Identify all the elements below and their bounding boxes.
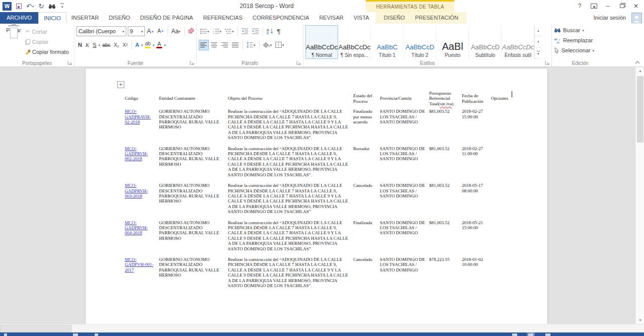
print-layout-icon[interactable]: [528, 333, 533, 336]
cell-provincia[interactable]: SANTO DOMINGO DE LOS TSACHILAS / SANTO D…: [380, 107, 429, 144]
paragraph-dialog-launcher[interactable]: [296, 60, 301, 65]
style-heading1[interactable]: AaBbC Título 1: [371, 25, 404, 59]
cell-estado[interactable]: Cancelado: [353, 255, 380, 292]
cell-objeto[interactable]: Realizar la construcción del “ADOQUINADO…: [228, 145, 353, 181]
underline-dropdown-icon[interactable]: ▾: [99, 43, 101, 47]
select-button[interactable]: Seleccionar ▾: [554, 46, 606, 55]
cell-entidad[interactable]: GOBIERNO AUTONOMO DESCENTRALIZADO PARROQ…: [159, 107, 228, 144]
cell-estado[interactable]: Finalizado por mutuo acuerdo: [353, 107, 380, 144]
cell-entidad[interactable]: GOBIERNO AUTONOMO DESCENTRALIZADO PARROQ…: [159, 219, 228, 255]
grow-font-button[interactable]: A▲: [145, 26, 155, 37]
cell-opciones[interactable]: [491, 145, 511, 181]
horizontal-scrollbar-thumb[interactable]: [0, 325, 71, 332]
multilevel-list-button[interactable]: ▾: [223, 26, 235, 37]
cell-fecha[interactable]: 2018-02-27 15:00:00: [462, 107, 491, 144]
tab-insertar[interactable]: INSERTAR: [66, 12, 104, 24]
web-layout-icon[interactable]: [545, 333, 550, 336]
clipboard-dialog-launcher[interactable]: [67, 60, 72, 65]
cell-provincia[interactable]: SANTO DOMINGO DE LOS TSACHILAS / SANTO D…: [380, 181, 429, 218]
cell-opciones[interactable]: [491, 107, 511, 144]
undo-dropdown-icon[interactable]: ▾: [32, 5, 34, 8]
line-spacing-button[interactable]: ▾: [245, 40, 257, 50]
tab-inicio[interactable]: INICIO: [38, 12, 66, 24]
subscript-button[interactable]: X₂: [112, 40, 121, 50]
font-dialog-launcher[interactable]: [190, 60, 195, 65]
cell-objeto[interactable]: Realizar la construcción del “ADOQUINADO…: [228, 107, 353, 144]
change-case-button[interactable]: Aa▾: [170, 26, 182, 37]
cell-objeto[interactable]: Realizar la construcción del “ADOQUINADO…: [228, 181, 353, 218]
cell-objeto[interactable]: Realizar la construcción del “ADOQUINADO…: [228, 219, 353, 255]
cell-opciones[interactable]: [491, 255, 511, 292]
table-move-handle[interactable]: +: [117, 81, 124, 88]
decrease-indent-button[interactable]: [240, 26, 250, 37]
style-title[interactable]: AaBl Puesto: [436, 25, 469, 59]
cell-provincia[interactable]: SANTO DOMINGO DE LOS TSACHILAS / SANTO D…: [380, 145, 429, 181]
styles-more-button[interactable]: ▾: [535, 48, 542, 59]
numbering-button[interactable]: 123 ▾: [211, 26, 223, 37]
account-avatar[interactable]: [631, 13, 642, 23]
underline-button[interactable]: S: [91, 40, 98, 50]
strikethrough-button[interactable]: abc: [101, 40, 112, 50]
styles-scroll-up-button[interactable]: ▲: [535, 25, 542, 36]
styles-dialog-launcher[interactable]: [545, 60, 550, 65]
cell-estado[interactable]: Borrador: [353, 145, 380, 181]
tab-table-layout[interactable]: PRESENTACIÓN: [410, 12, 463, 24]
italic-button[interactable]: K: [84, 40, 91, 50]
collapse-ribbon-button[interactable]: [634, 60, 640, 65]
procesos-table[interactable]: Código Entidad Contratante Objeto del Pr…: [125, 90, 511, 292]
style-subtitle[interactable]: AaBbCcD Subtítulo: [469, 25, 502, 59]
cell-opciones[interactable]: [491, 181, 511, 218]
cell-fecha[interactable]: 2018-02-27 11:00:00: [462, 145, 491, 181]
scroll-down-button[interactable]: ▼: [636, 316, 644, 324]
redo-button[interactable]: ↻: [38, 3, 44, 10]
header-provincia[interactable]: Provincia/Cantón: [380, 90, 429, 107]
bold-button[interactable]: N: [76, 40, 84, 50]
help-button[interactable]: ?: [573, 1, 587, 12]
styles-scroll-down-button[interactable]: ▼: [535, 36, 542, 47]
customize-qat-button[interactable]: ▾: [60, 4, 64, 9]
highlight-dropdown-icon[interactable]: ▾: [152, 43, 154, 47]
status-page-info[interactable]: [4, 333, 7, 336]
cell-presupuesto[interactable]: $81,003.52: [429, 107, 462, 144]
proceso-link[interactable]: MCO-GADPVH-001-2017: [125, 257, 153, 273]
proceso-link[interactable]: MCO-GADPRAVH-02-2018: [125, 109, 151, 124]
tab-diseno[interactable]: DISEÑO: [104, 12, 135, 24]
style-heading2[interactable]: AaBbCcD Título 2: [404, 25, 436, 59]
tab-revisar[interactable]: REVISAR: [314, 12, 348, 24]
ribbon-display-options-button[interactable]: [587, 1, 601, 12]
horizontal-scrollbar[interactable]: [0, 324, 644, 332]
font-size-combobox[interactable]: 9▾: [128, 26, 145, 36]
replace-button[interactable]: abac Reemplazar: [554, 36, 606, 45]
document-page[interactable]: + Código Entidad Contratante Objeto del …: [86, 69, 547, 324]
align-right-button[interactable]: [220, 40, 230, 50]
style-subtle-emphasis[interactable]: AaBbCcDc Énfasis sutil: [502, 25, 534, 59]
sign-in-link[interactable]: Iniciar sesión: [594, 12, 626, 24]
proceso-link[interactable]: MCO-GADPRVH-004-2018: [125, 220, 148, 236]
vertical-scrollbar-thumb[interactable]: [637, 76, 643, 143]
tab-correspondencia[interactable]: CORRESPONDENCIA: [248, 12, 314, 24]
shrink-font-button[interactable]: A▼: [156, 26, 166, 37]
cell-entidad[interactable]: GOBIERNO AUTONOMO DESCENTRALIZADO PARROQ…: [159, 255, 228, 292]
tab-archivo[interactable]: ARCHIVO: [0, 12, 38, 24]
proceso-link[interactable]: MCO-GADPRVH-002-2018: [125, 146, 148, 162]
justify-button[interactable]: [230, 40, 240, 50]
tab-vista[interactable]: VISTA: [349, 12, 374, 24]
shading-button[interactable]: ▾: [262, 40, 274, 50]
paste-button[interactable]: Pegar ▾: [2, 25, 25, 36]
borders-button[interactable]: ▾: [274, 40, 286, 50]
format-painter-button[interactable]: Copiar formato: [25, 47, 69, 56]
cell-objeto[interactable]: Realizar la construcción del “ADOQUINADO…: [228, 255, 353, 292]
header-estado[interactable]: Estado del Proceso: [353, 90, 380, 107]
header-opciones[interactable]: Opciones: [491, 90, 511, 107]
copy-button[interactable]: Copiar: [25, 37, 69, 46]
increase-indent-button[interactable]: [251, 26, 261, 37]
cell-opciones[interactable]: [491, 219, 511, 255]
tab-table-design[interactable]: DISEÑO: [379, 12, 410, 24]
undo-button[interactable]: ↶▾: [26, 3, 34, 10]
style-no-spacing[interactable]: AaBbCcDc ¶ Sin espa...: [338, 25, 371, 59]
font-color-dropdown-icon[interactable]: ▾: [164, 43, 166, 47]
header-presupuesto[interactable]: Presupuesto Referencial Total(sin iva): [429, 90, 462, 107]
text-effects-dropdown-icon[interactable]: ▾: [141, 43, 143, 47]
word-logo-icon[interactable]: W: [3, 2, 12, 11]
cell-fecha[interactable]: 2018-01-02 10:00:00: [462, 255, 491, 292]
